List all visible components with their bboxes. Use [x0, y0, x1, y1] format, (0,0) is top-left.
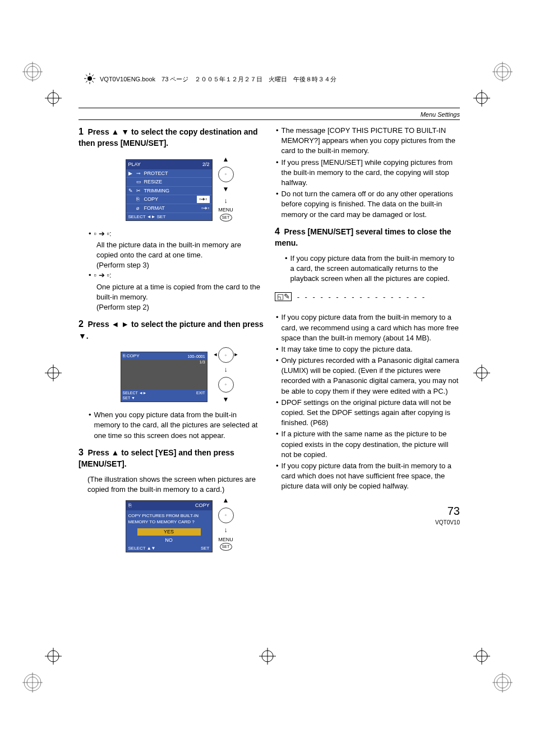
arrow-down-icon: ▼ [223, 185, 229, 194]
dpad-icon: ◦ [218, 377, 234, 393]
menu-item: COPY [144, 196, 159, 203]
page-num-code: VQT0V10 [275, 519, 460, 527]
meta-line: 1/3 [187, 359, 205, 365]
bullet-text: If you press [MENU/SET] while copying pi… [282, 158, 460, 188]
step-number: 1 [79, 127, 84, 136]
sunburst-icon [84, 73, 95, 85]
crosshair-icon [473, 365, 490, 383]
header-text: VQT0V10ENG.book 73 ページ ２００５年１２月２７日 火曜日 午… [100, 75, 336, 84]
step-2: 2 Press ◄ ► to select the picture and th… [79, 318, 264, 342]
arrow-down-icon: ↓ [224, 196, 228, 206]
footer-text: EXIT [196, 390, 205, 402]
step-number: 2 [79, 319, 84, 329]
menu-label: MENU [218, 536, 233, 543]
divider [79, 108, 460, 108]
registration-mark-icon [22, 672, 43, 694]
no-option: NO [137, 537, 201, 544]
step-number: 3 [79, 448, 84, 457]
menu-header-left: PLAY [128, 161, 141, 168]
left-column: 1 Press ▲ ▼ to select the copy destinati… [79, 126, 264, 558]
copy-label: COPY [127, 353, 140, 358]
bullet-text: The message [COPY THIS PICTURE TO BUILT-… [282, 126, 460, 156]
dpad-column: ▲ ◦ ▼ ↓ MENU SET [218, 154, 234, 222]
dpad-icon: ◦ [218, 167, 234, 182]
arrow-down-icon: ↓ [224, 525, 228, 535]
footer-text: SET [201, 545, 210, 551]
arrow-up-icon: ▲ [223, 496, 229, 505]
bullet-text: (Perform step 3) [96, 260, 264, 270]
set-button-icon: SET [220, 214, 232, 222]
step-title: Press ◄ ► to select the picture and then… [79, 320, 264, 340]
arrow-left-icon: ◄◦► [213, 346, 239, 364]
menu-item: FORMAT [144, 205, 165, 212]
registration-mark-icon [492, 672, 513, 694]
bullet-text: Only pictures recorded with a Panasonic … [282, 356, 460, 397]
step-number: 4 [275, 227, 280, 236]
bullet-text: If you copy picture data from the built-… [282, 312, 460, 343]
crosshair-icon [473, 90, 490, 108]
step-4: 4 Press [MENU/SET] several times to clos… [275, 225, 460, 249]
crosshair-icon [259, 648, 276, 666]
bullet-text: It may take time to copy the picture dat… [282, 344, 413, 354]
svg-line-22 [92, 75, 94, 76]
bullet-text: (Perform step 2) [96, 302, 264, 312]
crosshair-icon [45, 648, 62, 666]
svg-line-23 [86, 81, 87, 82]
confirm-header: COPY [195, 502, 210, 509]
svg-point-15 [87, 76, 92, 81]
crosshair-icon [473, 648, 490, 666]
svg-line-21 [92, 81, 94, 82]
footer-text: SELECT ▲▼ [128, 545, 156, 551]
menu-header-right: 2/2 [202, 161, 210, 168]
bullet-text: When you copy picture data from the buil… [94, 410, 264, 441]
menu-footer: SELECT ◄► SET [128, 214, 166, 220]
crosshair-icon [45, 365, 62, 383]
copy-preview-screen: ⎘ COPY 100–0001 1/3 SELECT ◄►SET ▼ EXIT [121, 352, 207, 402]
registration-mark-icon [492, 62, 513, 84]
play-menu-screen: PLAY 2/2 ▶⊸PROTECT ▭RESIZE ✎✂TRIMMING ⎘C… [126, 159, 213, 221]
bullet-text: Do not turn the camera off or do any oth… [282, 189, 460, 220]
footer-text: SET ▼ [123, 396, 135, 400]
menu-item: RESIZE [144, 178, 163, 186]
dpad-icon: ◦ [218, 508, 234, 523]
svg-line-20 [86, 75, 87, 76]
meta-line: 100–0001 [187, 354, 205, 359]
note-icon: ◱✎ [275, 292, 292, 301]
bullet-text: All the picture data in the built-in mem… [96, 240, 264, 260]
arrow-down-icon: ↓ [224, 365, 228, 375]
divider [79, 119, 460, 120]
section-title: Menu Settings [79, 111, 460, 118]
arrow-up-icon: ▲ [223, 155, 229, 164]
bullet-text: If you copy picture data from the built-… [282, 461, 460, 492]
bullet-text: If a picture with the same name as the p… [282, 429, 460, 460]
bullet-text: One picture at a time is copied from the… [96, 282, 264, 302]
confirm-message: COPY PICTURES FROM BUILT-IN MEMORY TO ME… [126, 510, 212, 527]
step-title: Press ▲ to select [YES] and then press [… [79, 448, 234, 468]
bullet: •▫ ➔ ▫: [89, 270, 264, 280]
bullet: •▫ ➔ ▫: [89, 229, 264, 239]
right-column: •The message [COPY THIS PICTURE TO BUILT… [275, 126, 460, 558]
bullet: •When you copy picture data from the bui… [89, 410, 264, 441]
registration-mark-icon [22, 62, 43, 84]
book-header: VQT0V10ENG.book 73 ページ ２００５年１２月２７日 火曜日 午… [79, 73, 460, 91]
step-subtext: (The illustration shows the screen when … [87, 474, 264, 495]
page-number: 73 VQT0V10 [275, 503, 460, 527]
step-title: Press [MENU/SET] several times to close … [275, 227, 451, 247]
set-button-icon: SET [220, 543, 232, 551]
step-1: 1 Press ▲ ▼ to select the copy destinati… [79, 126, 264, 149]
step-3: 3 Press ▲ to select [YES] and then press… [79, 446, 264, 470]
menu-item: PROTECT [144, 170, 168, 177]
divider-dashes: - - - - - - - - - - - - - - - - - [297, 292, 426, 302]
menu-label: MENU [218, 206, 233, 214]
arrow-down-icon: ▼ [223, 395, 229, 404]
crosshair-icon [45, 90, 62, 108]
page-num-big: 73 [275, 503, 460, 519]
menu-item: TRIMMING [144, 187, 170, 195]
step-title: Press ▲ ▼ to select the copy destination… [79, 127, 258, 147]
confirm-screen: ⎘ COPY COPY PICTURES FROM BUILT-IN MEMOR… [126, 500, 213, 552]
bullet-text: DPOF settings on the original picture da… [282, 398, 460, 428]
dpad-column: ▲ ◦ ↓ MENU SET [218, 495, 234, 551]
yes-option: YES [137, 528, 201, 536]
footer-text: SELECT ◄► [123, 391, 147, 395]
bullet-text: If you copy picture data from the built-… [290, 253, 460, 284]
